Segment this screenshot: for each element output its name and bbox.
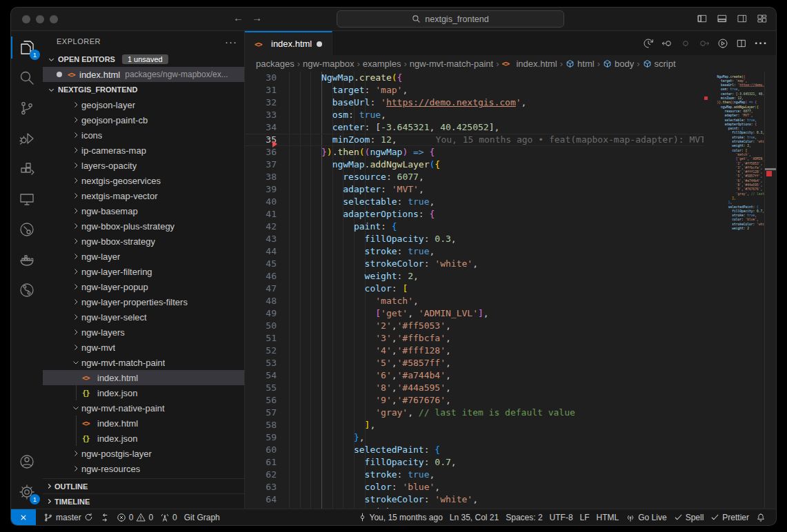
tree-folder-item[interactable]: ngw-mvt-native-paint [43,400,244,416]
activity-run-debug-icon[interactable] [11,123,43,154]
timeline-section-header[interactable]: TIMELINE [43,493,244,509]
tree-folder-item[interactable]: ngw-basemap [43,203,244,218]
next-change-icon[interactable] [699,38,710,49]
activity-remote-explorer-icon[interactable] [11,184,43,214]
code-line[interactable]: 58 ], [245,419,704,431]
forward-icon[interactable]: → [252,12,262,23]
tree-folder-item[interactable]: ngw-mvt [43,340,244,355]
scrollbar[interactable] [764,72,776,509]
tree-folder-item[interactable]: ngw-layers [43,325,244,340]
open-timeline-icon[interactable] [643,38,654,49]
code-line[interactable]: 32 baseUrl: 'https://demo.nextgis.com', [245,96,704,109]
minimap[interactable]: NgwMap.create({ target: 'map', baseUrl: … [704,72,764,509]
open-editor-item[interactable]: <> index.html packages/ngw-mapbox/ex... [43,67,244,82]
code-line[interactable]: 36 }).then((ngwMap) => { [245,146,704,158]
code-line[interactable]: 53 '5','#5857ff', [245,357,704,369]
code-line[interactable]: 38 resource: 6077, [245,171,704,183]
code-line[interactable]: 59 }, [245,431,704,444]
code-line[interactable]: 40 selectable: true, [245,196,704,208]
breadcrumb-item[interactable]: html [566,59,595,69]
breadcrumb-item[interactable]: <>index.html [501,59,557,69]
code-line[interactable]: 47 color: [ [245,283,704,295]
code-line[interactable]: 51 '3','#ffbcfa', [245,332,704,345]
tree-file-item[interactable]: <>index.html [43,416,244,431]
activity-git-graph-icon[interactable] [11,275,43,305]
ports-status[interactable]: 0 [157,513,181,522]
code-line[interactable]: 44 stroke: true, [245,245,704,258]
problems-status[interactable]: 0 0 [113,513,157,522]
code-line[interactable]: 31 target: 'map', [245,84,704,96]
code-line[interactable]: 49 ['get', 'ADMIN_LVL'], [245,307,704,320]
breadcrumb-item[interactable]: body [603,59,634,69]
code-line[interactable]: 65 weight: 2 [245,506,704,509]
outline-section-header[interactable]: OUTLINE [43,478,244,493]
toggle-sidebar-icon[interactable] [697,13,708,24]
tree-file-item[interactable]: {}index.json [43,385,244,400]
spell-status[interactable]: Spell [670,513,708,522]
encoding-status[interactable]: UTF-8 [546,513,577,522]
previous-change-icon[interactable] [661,38,673,49]
prettier-status[interactable]: Prettier [707,513,753,522]
breadcrumb-item[interactable]: packages [256,59,295,69]
tree-file-item[interactable]: <>index.html [43,370,244,385]
code-line[interactable]: 64 strokeColor: 'white', [245,493,704,506]
tree-folder-item[interactable]: ngw-layer [43,249,244,264]
activity-search-icon[interactable] [11,63,43,93]
breadcrumb-item[interactable]: script [643,59,676,69]
tree-folder-item[interactable]: ngw-mvt-match-paint [43,355,244,370]
tree-folder-item[interactable]: nextgis-geoservices [43,173,244,188]
modified-dot-icon[interactable] [57,72,62,77]
code-line[interactable]: 50 '2','#ff5053', [245,320,704,332]
eol-status[interactable]: LF [577,513,593,522]
change-icon[interactable] [680,38,691,49]
modified-dot-icon[interactable] [317,41,322,47]
sidebar-more-actions-icon[interactable]: ··· [225,36,237,48]
tree-file-item[interactable]: {}index.json [43,431,244,446]
tree-folder-item[interactable]: icons [43,127,244,143]
tree-folder-item[interactable]: layers-opacity [43,158,244,173]
code-editor[interactable]: 30 NgwMap.create({31 target: 'map',32 ba… [245,72,704,509]
code-line[interactable]: 42 paint: { [245,221,704,233]
activity-live-share-icon[interactable] [11,214,43,245]
open-editors-header[interactable]: OPEN EDITORS 1 unsaved [43,52,244,67]
activity-accounts-icon[interactable] [11,447,43,477]
tree-folder-item[interactable]: ngw-layer-popup [43,279,244,294]
close-window-button[interactable] [22,15,30,23]
project-section-header[interactable]: NEXTGIS_FRONTEND [43,82,244,97]
back-icon[interactable]: ← [233,12,243,23]
go-live-status[interactable]: Go Live [622,513,670,522]
gitlens-compare[interactable] [97,513,113,522]
tree-folder-item[interactable]: geojson-layer [43,97,244,112]
tree-folder-item[interactable]: ngw-bbox-strategy [43,234,244,249]
branch-status[interactable]: master [40,513,97,522]
tree-folder-item[interactable]: ngw-layer-select [43,309,244,325]
activity-source-control-icon[interactable] [11,93,43,123]
minimize-window-button[interactable] [36,15,44,23]
toggle-panel-icon[interactable] [717,13,728,24]
code-line[interactable]: 62 stroke: true, [245,469,704,481]
breadcrumb-item[interactable]: examples [363,59,401,69]
code-line[interactable]: 37 ngwMap.addNgwLayer({ [245,158,704,171]
blame-status[interactable]: You, 15 months ago [355,513,446,522]
tree-folder-item[interactable]: nextgis-map-vector [43,188,244,203]
code-line[interactable]: 46 weight: 2, [245,270,704,283]
code-line[interactable]: 60 selectedPaint: { [245,444,704,456]
language-mode-status[interactable]: HTML [593,513,623,522]
code-line[interactable]: 61 fillOpacity: 0.7, [245,456,704,469]
tab-index-html[interactable]: <> index.html [245,31,332,55]
code-line[interactable]: 43 fillOpacity: 0.3, [245,233,704,245]
code-line[interactable]: 39 adapter: 'MVT', [245,183,704,196]
activity-docker-icon[interactable] [11,245,43,275]
code-line[interactable]: 34 center: [-3.645321, 40.425052], [245,121,704,134]
code-line[interactable]: 55 '8','#44a595', [245,382,704,394]
code-line[interactable]: 41 adapterOptions: { [245,208,704,221]
run-icon[interactable] [717,38,728,49]
command-center-search[interactable]: nextgis_frontend [337,10,564,28]
code-line[interactable]: 30 NgwMap.create({ [245,72,704,84]
tree-folder-item[interactable]: ngw-resources [43,461,244,476]
code-line[interactable]: 57 'gray', // last item is default value [245,407,704,419]
tree-folder-item[interactable]: ngw-bbox-plus-strategy [43,218,244,234]
toggle-secondary-sidebar-icon[interactable] [737,13,748,24]
tree-folder-item[interactable]: ngw-tile-no-cors [43,476,244,478]
code-line[interactable]: 63 color: 'blue', [245,481,704,493]
